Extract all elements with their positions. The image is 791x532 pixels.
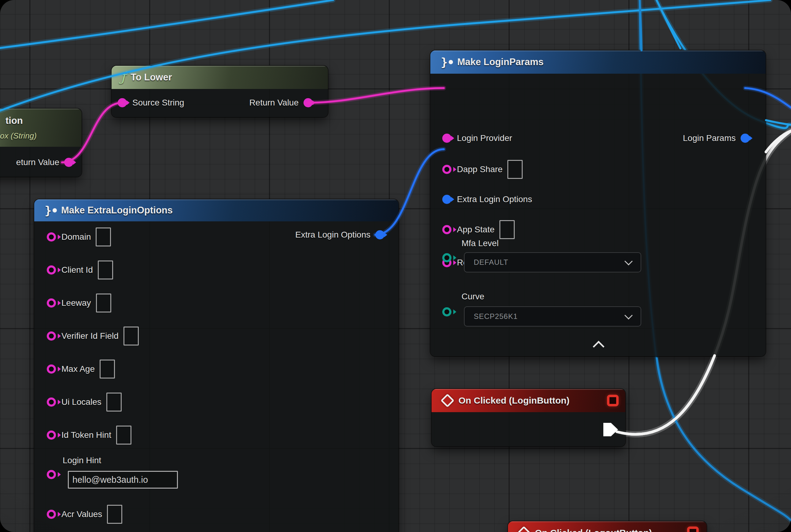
pin-label-login-hint: Login Hint — [63, 456, 101, 466]
pin-label: Dapp Share — [457, 165, 502, 174]
value-box-dapp-share[interactable] — [507, 160, 523, 179]
pin-label: Login Provider — [457, 133, 512, 143]
value-box-leeway[interactable] — [96, 293, 111, 312]
input-pin-extra-login-options[interactable] — [442, 195, 451, 204]
output-pin-extra-login-options[interactable] — [375, 230, 385, 240]
input-pin-leeway[interactable] — [47, 299, 56, 308]
pin-label: Verifier Id Field — [61, 331, 119, 341]
output-pin-login-params[interactable] — [740, 134, 750, 143]
curve-value: SECP256K1 — [474, 312, 518, 321]
curve-dropdown[interactable]: SECP256K1 — [464, 306, 641, 326]
node-header — [0, 109, 82, 147]
node-subtitle-fragment: ox (String) — [0, 131, 37, 141]
pin-label: Max Age — [61, 364, 95, 374]
make-struct-icon: } — [45, 204, 57, 217]
event-diamond-icon — [517, 526, 530, 532]
value-box-domain[interactable] — [96, 227, 111, 246]
node-title: To Lower — [131, 72, 172, 83]
mfa-level-dropdown[interactable]: DEFAULT — [464, 252, 641, 272]
value-box-id-token-hint[interactable] — [116, 425, 131, 444]
node-partial-getter[interactable]: tion ox (String) eturn Value — [0, 109, 82, 177]
node-on-clicked-loginbutton[interactable]: On Clicked (LoginButton) — [431, 389, 625, 446]
node-header: On Clicked (LoginButton) — [431, 389, 625, 412]
pin-label: Leeway — [61, 298, 91, 308]
collapse-node-chevron[interactable] — [593, 341, 604, 352]
input-pin-source-string[interactable] — [118, 98, 127, 107]
value-box-verifier-id-field[interactable] — [123, 326, 139, 345]
value-box-acr-values[interactable] — [107, 505, 122, 524]
input-pin-ui-locales[interactable] — [47, 397, 56, 407]
node-on-clicked-logoutbutton[interactable]: On Clicked (LogoutButton) — [508, 521, 707, 532]
input-pin-verifier-id-field[interactable] — [47, 331, 56, 341]
pin-label: Extra Login Options — [457, 194, 532, 204]
input-pin-client-id[interactable] — [47, 265, 56, 274]
input-pin-app-state[interactable] — [442, 225, 451, 234]
function-icon: ƒ — [121, 69, 126, 84]
node-header: } Make ExtraLoginOptions — [34, 200, 399, 221]
bound-event-icon — [687, 527, 699, 532]
wire-blue-vertical-top — [640, 0, 641, 51]
output-pin-return-value[interactable] — [64, 158, 73, 167]
node-header: ƒ To Lower — [112, 66, 328, 89]
node-header: } Make LoginParams — [430, 51, 766, 74]
graph-canvas[interactable]: tion ox (String) eturn Value ƒ To Lower … — [0, 0, 791, 532]
node-title: On Clicked (LogoutButton) — [535, 528, 652, 532]
output-pin-return-value[interactable] — [304, 98, 313, 107]
input-pin-mfa-level[interactable] — [442, 253, 451, 262]
login-hint-field[interactable]: hello@web3auth.io — [68, 471, 178, 489]
pin-label: Source String — [132, 98, 184, 108]
pin-label: Acr Values — [61, 509, 102, 519]
node-make-extraloginoptions[interactable]: } Make ExtraLoginOptions Extra Login Opt… — [34, 200, 399, 532]
wire-exec-bright-2 — [766, 131, 791, 152]
input-pin-curve[interactable] — [442, 307, 451, 317]
input-pin-login-hint[interactable] — [47, 470, 56, 479]
event-diamond-icon — [440, 394, 454, 407]
pin-label: Id Token Hint — [61, 430, 111, 440]
wire-blue-top-1 — [0, 0, 333, 48]
node-title: Make ExtraLoginOptions — [61, 205, 173, 216]
node-title: On Clicked (LoginButton) — [459, 395, 570, 406]
blueprint-editor: tion ox (String) eturn Value ƒ To Lower … — [0, 0, 791, 532]
pin-label: Ui Locales — [61, 397, 101, 407]
wire-blue-vertical-bottom — [657, 358, 791, 520]
pin-label-curve: Curve — [462, 292, 484, 302]
pin-label: Return Value — [249, 98, 298, 108]
chevron-down-icon — [624, 257, 633, 265]
wire-blue-diagonal-right — [766, 120, 791, 125]
pin-label: Login Params — [683, 133, 736, 143]
pin-label: eturn Value — [16, 157, 59, 167]
node-to-lower[interactable]: ƒ To Lower Source String Return Value — [112, 66, 328, 117]
wire-blue-diagonal-top — [657, 0, 680, 48]
input-pin-dapp-share[interactable] — [442, 165, 451, 174]
chevron-down-icon — [624, 311, 633, 320]
input-pin-acr-values[interactable] — [47, 510, 56, 519]
value-box-client-id[interactable] — [98, 261, 113, 280]
value-box-ui-locales[interactable] — [107, 393, 122, 412]
wire-exec-bright-1 — [617, 356, 715, 435]
pin-label: Domain — [61, 232, 91, 242]
value-box-max-age[interactable] — [100, 360, 115, 379]
wire-pink-tolower-to-provider — [308, 88, 444, 103]
pin-label: App State — [457, 225, 495, 234]
node-title: Make LoginParams — [457, 57, 544, 68]
node-title-fragment: tion — [5, 115, 23, 126]
input-pin-id-token-hint[interactable] — [47, 431, 56, 440]
node-header: On Clicked (LogoutButton) — [508, 521, 707, 532]
pin-label-mfa-level: Mfa Level — [462, 239, 499, 248]
input-pin-login-provider[interactable] — [442, 134, 451, 143]
input-pin-domain[interactable] — [47, 232, 56, 242]
pin-label: Client Id — [61, 265, 93, 275]
value-box-app-state[interactable] — [499, 220, 515, 239]
node-make-loginparams[interactable]: } Make LoginParams Login Params Login Pr… — [430, 51, 766, 356]
exec-output-pin[interactable] — [603, 423, 618, 436]
pin-label: Extra Login Options — [295, 230, 370, 240]
mfa-level-value: DEFAULT — [474, 258, 508, 267]
bound-event-icon — [607, 395, 619, 406]
input-pin-max-age[interactable] — [47, 364, 56, 374]
make-struct-icon: } — [441, 55, 453, 69]
